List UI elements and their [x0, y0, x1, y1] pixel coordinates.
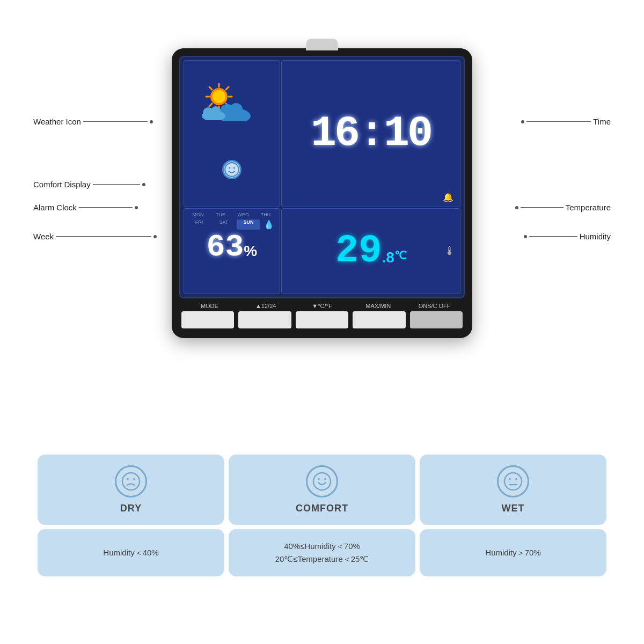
day-tue: TUE: [210, 212, 231, 217]
annotation-temperature-text: Temperature: [566, 203, 611, 212]
svg-point-21: [133, 478, 135, 480]
time-display-wrapper: 16 : 10: [311, 112, 431, 155]
comfort-cell-dry-top: DRY: [38, 455, 224, 525]
svg-point-17: [229, 167, 230, 169]
day-fri: FRI: [187, 219, 211, 230]
btn-maxmin[interactable]: [353, 311, 405, 328]
weather-icons: [200, 83, 264, 121]
svg-line-6: [209, 87, 212, 90]
comfort-cell-comfort-bottom: 40%≤Humidity＜70% 20℃≤Temperature＜25℃: [229, 529, 415, 576]
svg-point-12: [230, 103, 243, 116]
week-days-row1: MON TUE WED THU: [187, 212, 276, 217]
annotation-dot6: [515, 206, 518, 209]
comfort-label: COMFORT: [296, 503, 348, 514]
annotation-week: Week: [33, 232, 157, 241]
week-humidity-panel: MON TUE WED THU FRI SAT SUN 💧 63 %: [184, 208, 280, 294]
day-sun: SUN: [237, 219, 260, 230]
alarm-bell-icon: 🔔: [443, 192, 453, 202]
annotation-alarm-text: Alarm Clock: [33, 203, 77, 212]
droplet-icon: 💧: [261, 219, 276, 230]
svg-point-16: [225, 163, 239, 177]
annotation-dot3: [135, 206, 138, 209]
weather-panel: [184, 60, 280, 207]
day-thu: THU: [255, 212, 276, 217]
weather-station-device: 16 : 10 🔔 MON TUE WED THU FRI SAT SUN: [172, 48, 472, 338]
annotation-line3: [79, 207, 133, 208]
btn-mode[interactable]: [181, 311, 234, 328]
svg-point-15: [211, 106, 221, 116]
dry-label: DRY: [120, 503, 142, 514]
humidity-row: 63 %: [187, 232, 276, 263]
cloud-icon-small: [200, 103, 228, 120]
physical-buttons-row[interactable]: [179, 311, 465, 328]
annotation-weather-icon-text: Weather Icon: [33, 117, 81, 126]
day-sat: SAT: [212, 219, 236, 230]
dry-face-icon: [115, 465, 147, 497]
comfort-cell-wet-bottom: Humidity＞70%: [420, 529, 606, 576]
btn-label-cf: ▼°C/°F: [294, 303, 350, 309]
annotation-dot7: [524, 235, 527, 238]
annotation-humidity-text: Humidity: [580, 232, 611, 241]
annotation-line6: [521, 207, 564, 208]
humidity-value: 63: [207, 232, 244, 263]
btn-onoff[interactable]: [410, 311, 463, 328]
btn-label-maxmin: MAX/MIN: [350, 303, 406, 309]
annotation-time-text: Time: [593, 117, 611, 126]
sensor-bump: [306, 39, 338, 50]
annotation-weather-icon: Weather Icon: [33, 117, 153, 126]
comfort-face-icon: [306, 465, 338, 497]
svg-point-23: [318, 478, 320, 480]
annotation-dot5: [521, 120, 524, 123]
btn-label-mode: MODE: [181, 303, 238, 309]
temp-unit: ℃: [394, 249, 406, 270]
comfort-display-area: [222, 160, 241, 185]
annotation-line: [83, 121, 148, 122]
device-diagram: 16 : 10 🔔 MON TUE WED THU FRI SAT SUN: [0, 0, 644, 386]
comfort-cell-comfort-top: COMFORT: [229, 455, 415, 525]
svg-point-20: [127, 478, 129, 480]
annotation-dot2: [142, 183, 145, 186]
comfort-cell-dry-bottom: Humidity＜40%: [38, 529, 224, 576]
annotation-dot: [150, 120, 153, 123]
day-wed: WED: [232, 212, 254, 217]
comfort-table: DRY COMFORT WE: [38, 455, 606, 576]
annotation-line7: [529, 236, 577, 237]
annotation-line2: [93, 184, 140, 185]
comfort-smiley: [224, 159, 240, 180]
svg-point-25: [504, 473, 522, 490]
svg-point-22: [313, 473, 331, 490]
svg-point-19: [122, 473, 140, 490]
day-mon: MON: [187, 212, 209, 217]
svg-point-18: [233, 167, 235, 169]
comfort-condition: 40%≤Humidity＜70% 20℃≤Temperature＜25℃: [275, 540, 369, 566]
time-colon: :: [358, 112, 384, 155]
annotation-alarm: Alarm Clock: [33, 203, 138, 212]
btn-label-1224: ▲12/24: [238, 303, 294, 309]
temp-display-wrapper: 29 .8 ℃: [335, 232, 406, 270]
temp-value: 29: [335, 232, 382, 270]
annotation-humidity: Humidity: [524, 232, 611, 241]
time-minutes: 10: [384, 112, 431, 155]
buttons-section: MODE ▲12/24 ▼°C/°F MAX/MIN ONS/C OFF: [179, 303, 465, 328]
button-labels-row: MODE ▲12/24 ▼°C/°F MAX/MIN ONS/C OFF: [179, 303, 465, 309]
comfort-info-section: DRY COMFORT WE: [0, 386, 644, 644]
time-hours: 16: [311, 112, 358, 155]
temp-decimal: .8: [382, 249, 394, 270]
svg-point-24: [324, 478, 326, 480]
svg-point-27: [515, 478, 517, 480]
annotation-line4: [56, 236, 151, 237]
annotation-week-text: Week: [33, 232, 54, 241]
svg-point-26: [509, 478, 511, 480]
lcd-screen: 16 : 10 🔔 MON TUE WED THU FRI SAT SUN: [179, 56, 465, 298]
annotation-dot4: [153, 235, 157, 238]
svg-line-8: [226, 87, 229, 90]
annotation-line5: [526, 121, 591, 122]
btn-cf[interactable]: [296, 311, 348, 328]
btn-label-onoff: ONS/C OFF: [406, 303, 463, 309]
btn-1224[interactable]: [238, 311, 291, 328]
annotation-temperature: Temperature: [515, 203, 611, 212]
comfort-cell-wet-top: WET: [420, 455, 606, 525]
annotation-time: Time: [521, 117, 611, 126]
annotation-comfort: Comfort Display: [33, 180, 145, 189]
wet-face-icon: [497, 465, 529, 497]
